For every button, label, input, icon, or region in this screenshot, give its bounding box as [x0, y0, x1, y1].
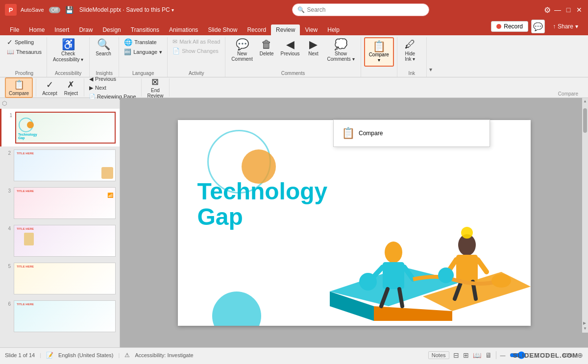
svg-marker-2: [374, 306, 452, 321]
zoom-out-icon[interactable]: —: [500, 352, 506, 358]
save-icon[interactable]: 💾: [65, 6, 74, 14]
tab-view[interactable]: View: [300, 24, 322, 35]
proofing-group-label: Proofing: [5, 70, 44, 77]
compare-button[interactable]: 📋 Compare ▾: [364, 37, 394, 67]
thesaurus-button[interactable]: 📖 Thesaurus: [5, 48, 44, 56]
minimize-button[interactable]: —: [554, 6, 562, 14]
delete-label: Delete: [260, 51, 274, 56]
proofing-col: ✓ Spelling 📖 Thesaurus: [5, 37, 44, 56]
tab-help[interactable]: Help: [322, 24, 344, 35]
ribbon-tabs: File Home Insert Draw Design Transitions…: [0, 20, 588, 35]
slide-thumb-3: TITLE HERE 📶: [14, 187, 116, 219]
compare-sub-ribbon: 📋 Compare ✓ Accept ✗ Reject ◀ Previous ▶…: [0, 77, 588, 98]
zoom-divider: [496, 351, 496, 359]
compare-dropdown: 📋 Compare: [333, 120, 490, 147]
spelling-button[interactable]: ✓ Spelling: [5, 37, 44, 47]
presenter-view-icon[interactable]: 🖥: [485, 351, 492, 359]
autosave-label: AutoSave: [21, 7, 44, 13]
status-divider-2: |: [119, 352, 120, 358]
next-comment-button[interactable]: ▶ Next: [304, 37, 323, 58]
delete-comment-button[interactable]: 🗑 Delete: [257, 37, 277, 58]
autosave-toggle[interactable]: Off: [49, 7, 60, 13]
normal-view-icon[interactable]: ⊟: [453, 351, 459, 359]
svg-rect-5: [383, 262, 404, 289]
sub-previous-button[interactable]: ◀ Previous: [87, 75, 138, 83]
slide-thumb-5: TITLE HERE: [14, 263, 116, 294]
activity-group-label: Activity: [171, 70, 222, 77]
hide-ink-button[interactable]: 🖊 HideInk ▾: [400, 37, 420, 64]
slide-sorter-icon[interactable]: ⊞: [463, 351, 469, 359]
reading-view-icon[interactable]: 📖: [473, 351, 481, 359]
sub-compare-group: 📋 Compare: [2, 78, 36, 97]
slide-item-1[interactable]: 1 TechnologyGap: [0, 109, 120, 146]
tab-insert[interactable]: Insert: [49, 24, 74, 35]
language-items: 🌐 Translate 🔤 Language ▾: [122, 37, 164, 70]
scroll-down-arrow[interactable]: ▼: [583, 326, 587, 331]
panel-collapse-icon[interactable]: ⬡: [2, 100, 7, 107]
translate-button[interactable]: 🌐 Translate: [122, 37, 164, 47]
ribbon-group-proofing: ✓ Spelling 📖 Thesaurus Proofing: [2, 37, 47, 77]
accessibility-icon: ♿: [62, 39, 75, 50]
notes-btn[interactable]: Notes: [428, 351, 449, 359]
record-button[interactable]: Record: [491, 21, 528, 32]
new-comment-icon: 💬: [236, 39, 249, 50]
slide-2-title: TITLE HERE: [17, 152, 34, 155]
share-label: Share: [558, 23, 573, 30]
show-comments-button[interactable]: 💭 ShowComments ▾: [324, 37, 358, 64]
sub-next-button[interactable]: ▶ Next: [87, 84, 138, 92]
show-changes-label: Show Changes: [182, 48, 219, 54]
tab-review[interactable]: Review: [271, 24, 300, 35]
search-button[interactable]: 🔍 Search: [93, 37, 114, 58]
vertical-scrollbar[interactable]: ▲ ▶ ▼: [582, 98, 588, 333]
end-review-button[interactable]: ⊠ EndReview: [145, 75, 167, 99]
sub-accept-button[interactable]: ✓ Accept: [39, 78, 60, 97]
compare-group-label: [364, 75, 394, 77]
check-accessibility-button[interactable]: ♿ CheckAccessibility ▾: [50, 37, 86, 65]
new-comment-button[interactable]: 💬 NewComment: [228, 37, 255, 64]
compare-dropdown-item[interactable]: 📋 Compare: [338, 124, 486, 143]
slide-item-3[interactable]: 3 TITLE HERE 📶: [0, 184, 120, 222]
spelling-icon: ✓: [7, 38, 13, 46]
slide-item-4[interactable]: 4 TITLE HERE: [0, 222, 120, 260]
ribbon-overflow-button[interactable]: ▾: [427, 66, 435, 77]
ink-group-label: Ink: [400, 70, 423, 77]
tab-transitions[interactable]: Transitions: [126, 24, 164, 35]
tab-home[interactable]: Home: [24, 24, 49, 35]
comments-button[interactable]: 💬: [531, 20, 545, 33]
slide-thumb-4: TITLE HERE: [14, 225, 116, 257]
compare-dropdown-label: Compare: [359, 130, 383, 137]
tab-draw[interactable]: Draw: [74, 24, 98, 35]
spelling-label: Spelling: [15, 39, 34, 45]
settings-icon[interactable]: ⚙: [544, 5, 551, 15]
maximize-button[interactable]: □: [564, 6, 572, 14]
share-button[interactable]: ↑ Share ▾: [548, 21, 583, 32]
language-button[interactable]: 🔤 Language ▾: [122, 48, 164, 56]
search-input[interactable]: [307, 6, 424, 13]
scroll-thumb[interactable]: [583, 108, 587, 133]
slide-item-5[interactable]: 5 TITLE HERE: [0, 260, 120, 297]
tab-animations[interactable]: Animations: [164, 24, 203, 35]
close-button[interactable]: ✕: [575, 6, 583, 14]
svg-point-4: [385, 242, 402, 263]
accessibility-label: CheckAccessibility ▾: [53, 51, 83, 63]
sub-compare-button[interactable]: 📋 Compare: [5, 77, 33, 98]
sub-compare-icon: 📋: [14, 79, 24, 90]
slide-item-6[interactable]: 6 TITLE HERE: [0, 297, 120, 335]
tab-record[interactable]: Record: [242, 24, 271, 35]
sub-reject-button[interactable]: ✗ Reject: [61, 78, 81, 97]
svg-point-19: [461, 227, 473, 239]
mark-read-label: Mark All as Read: [179, 39, 220, 45]
scroll-right-arrow[interactable]: ▶: [583, 321, 587, 325]
watermark: SLIDEMODEL.COM: [513, 352, 578, 359]
tab-file[interactable]: File: [5, 24, 24, 35]
ribbon-group-ink: 🖊 HideInk ▾ Ink: [397, 37, 427, 77]
previous-comment-button[interactable]: ◀ Previous: [278, 37, 303, 58]
slide-title: Technology Gap: [197, 179, 328, 231]
tab-design[interactable]: Design: [98, 24, 125, 35]
scroll-up-arrow[interactable]: ▲: [583, 99, 587, 103]
comments-group-label: Comments: [228, 70, 357, 77]
svg-point-17: [438, 267, 454, 283]
search-box[interactable]: 🔍: [292, 3, 429, 16]
tab-slideshow[interactable]: Slide Show: [203, 24, 242, 35]
slide-item-2[interactable]: 2 TITLE HERE: [0, 146, 120, 184]
